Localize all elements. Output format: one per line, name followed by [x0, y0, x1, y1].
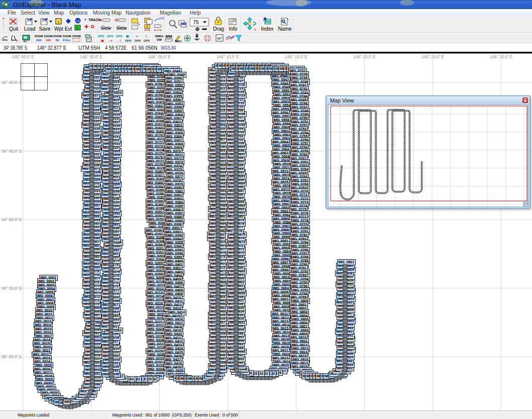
svg-text:IMG_0861: IMG_0861: [338, 260, 354, 264]
svg-text:Navigation: Navigation: [126, 10, 151, 16]
svg-text:50: 50: [56, 38, 59, 42]
svg-text:⌖↓: ⌖↓: [136, 35, 139, 38]
svg-text:GPS: GPS: [107, 35, 114, 38]
svg-text:146° 00.0' E: 146° 00.0' E: [80, 55, 102, 59]
svg-text:34° 55.0' S: 34° 55.0' S: [2, 286, 22, 291]
svg-text:61 66 056N: 61 66 056N: [132, 45, 157, 51]
svg-text:146° 32.877' E: 146° 32.877' E: [37, 45, 66, 51]
svg-text:Help: Help: [190, 10, 201, 16]
svg-text:146° 15.0' E: 146° 15.0' E: [285, 55, 307, 59]
svg-text:WGS 84: WGS 84: [161, 45, 176, 51]
svg-text:ZOOM: ZOOM: [44, 35, 52, 38]
svg-text:M²: M²: [217, 36, 222, 41]
svg-text:Magellan: Magellan: [160, 10, 181, 16]
svg-text:→⌖: →⌖: [108, 39, 113, 42]
svg-text:ZOOM: ZOOM: [34, 35, 43, 38]
svg-text:→▣: →▣: [98, 39, 104, 42]
svg-text:MM: MM: [165, 34, 172, 39]
svg-text:→⟨: →⟨: [117, 39, 122, 43]
svg-text:SIM: SIM: [157, 38, 162, 41]
svg-text:200: 200: [36, 38, 42, 42]
svg-text:NMEA: NMEA: [175, 40, 182, 43]
svg-text:1: 1: [57, 20, 60, 24]
svg-text:Events Used : 0 of 500: Events Used : 0 of 500: [195, 412, 238, 417]
svg-text:Moving Map: Moving Map: [93, 10, 122, 16]
svg-text:ZOOM: ZOOM: [62, 35, 71, 38]
svg-text:FULL: FULL: [63, 38, 71, 42]
svg-text:146° 25.0' E: 146° 25.0' E: [421, 55, 444, 59]
svg-text:⟨↓: ⟨↓: [145, 35, 148, 38]
svg-text:1: 1: [146, 25, 148, 29]
svg-text:Name: Name: [278, 26, 292, 32]
svg-text:145° 55.0' E: 145° 55.0' E: [12, 55, 34, 59]
svg-text:NMEA: NMEA: [155, 35, 164, 38]
svg-text:100: 100: [46, 38, 51, 42]
svg-text:UTM 55H: UTM 55H: [78, 45, 100, 51]
svg-text:SHOW: SHOW: [117, 27, 127, 30]
svg-text:146° 10.0' E: 146° 10.0' E: [217, 55, 239, 59]
svg-text:C: C: [76, 26, 79, 30]
svg-text:GPS: GPS: [116, 35, 123, 38]
svg-text:TRACK: TRACK: [88, 18, 101, 22]
svg-text:Wpt: Wpt: [54, 26, 63, 32]
svg-text:▣↓: ▣↓: [126, 35, 131, 38]
svg-text:34° 50.0' S: 34° 50.0' S: [2, 218, 22, 222]
svg-text:Quit: Quit: [9, 26, 19, 32]
svg-text:Info: Info: [229, 26, 238, 32]
svg-text:Map: Map: [54, 10, 64, 16]
svg-text:Drag: Drag: [213, 26, 224, 32]
svg-text:GPS: GPS: [144, 39, 150, 42]
svg-text:146° 20.0' E: 146° 20.0' E: [353, 55, 376, 59]
svg-text:Evt: Evt: [65, 26, 72, 32]
svg-text:Save: Save: [39, 26, 51, 32]
svg-text:12: 12: [76, 19, 80, 23]
svg-text:File: File: [8, 10, 16, 16]
svg-text:I: I: [263, 18, 264, 22]
svg-text:Select: Select: [21, 10, 35, 16]
svg-text:View: View: [38, 10, 50, 16]
svg-text:Waypoints Loaded: Waypoints Loaded: [18, 412, 49, 417]
svg-text:SHOW: SHOW: [101, 27, 112, 30]
svg-text:34° 45.0' S: 34° 45.0' S: [2, 149, 22, 154]
svg-text:ZOOM: ZOOM: [72, 35, 80, 38]
svg-text:Load: Load: [24, 26, 36, 32]
svg-text:Options: Options: [69, 10, 87, 16]
svg-text:4 58 572E: 4 58 572E: [105, 45, 127, 51]
svg-text:146° 05.0' E: 146° 05.0' E: [148, 55, 171, 59]
svg-text:LINE: LINE: [159, 17, 164, 20]
svg-text:OziExplorer - Blank Map: OziExplorer - Blank Map: [13, 2, 81, 9]
svg-text:ZOOM: ZOOM: [53, 35, 61, 38]
svg-text:34° 38.795' S: 34° 38.795' S: [4, 45, 27, 51]
svg-text:Waypoints Used : 861 of 10000: Waypoints Used : 861 of 10000 (GPS:250): [112, 412, 191, 417]
svg-text:GPS: GPS: [98, 35, 104, 38]
svg-text:146° 30.0' E: 146° 30.0' E: [490, 55, 512, 59]
svg-text:75: 75: [193, 19, 199, 25]
svg-text:34° 40.0' S: 34° 40.0' S: [2, 80, 22, 85]
svg-text:35° 00.0' S: 35° 00.0' S: [2, 355, 22, 359]
svg-text:GPS: GPS: [135, 39, 141, 42]
svg-text:GPS: GPS: [125, 39, 132, 42]
svg-text:x: x: [254, 27, 256, 32]
svg-text:Index: Index: [261, 26, 274, 32]
